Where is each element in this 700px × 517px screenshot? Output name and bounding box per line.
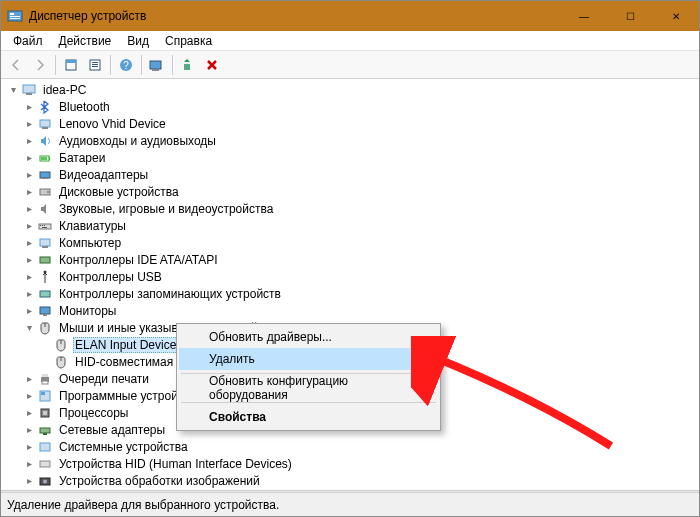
computer-icon xyxy=(37,235,53,251)
svg-rect-28 xyxy=(42,225,43,226)
svg-rect-17 xyxy=(40,120,50,127)
svg-rect-37 xyxy=(43,314,47,316)
usb-icon xyxy=(37,269,53,285)
tree-item[interactable]: ▸Мониторы xyxy=(3,302,699,319)
expander-icon[interactable]: ▾ xyxy=(21,320,37,336)
svg-rect-12 xyxy=(150,61,161,69)
expander-icon[interactable]: ▸ xyxy=(21,388,37,404)
device-icon xyxy=(37,116,53,132)
svg-point-53 xyxy=(43,479,47,483)
mouse-icon xyxy=(53,354,69,370)
expander-icon[interactable]: ▸ xyxy=(21,201,37,217)
sound-icon xyxy=(37,201,53,217)
tree-item[interactable]: ▸Клавиатуры xyxy=(3,217,699,234)
svg-rect-15 xyxy=(23,85,35,93)
ctx-properties[interactable]: Свойства xyxy=(179,406,438,428)
expander-icon[interactable]: ▸ xyxy=(21,218,37,234)
scan-hardware-button[interactable] xyxy=(146,54,168,76)
cpu-icon xyxy=(37,405,53,421)
tree-item[interactable]: ▸Видеоадаптеры xyxy=(3,166,699,183)
software-icon xyxy=(37,388,53,404)
monitor-icon xyxy=(37,303,53,319)
expander-icon[interactable]: ▸ xyxy=(21,456,37,472)
printer-icon xyxy=(37,371,53,387)
app-icon xyxy=(7,8,23,24)
svg-rect-45 xyxy=(41,392,45,395)
nav-back-button[interactable] xyxy=(5,54,27,76)
expander-icon[interactable]: ▸ xyxy=(21,184,37,200)
svg-rect-43 xyxy=(42,381,48,384)
tree-item[interactable]: ▸Lenovo Vhid Device xyxy=(3,115,699,132)
expander-icon[interactable]: ▸ xyxy=(21,133,37,149)
context-menu: Обновить драйверы... Удалить Обновить ко… xyxy=(176,323,441,431)
statusbar: Удаление драйвера для выбранного устройс… xyxy=(1,492,699,516)
svg-rect-2 xyxy=(10,16,20,17)
tree-item[interactable]: ▸Системные устройства xyxy=(3,438,699,455)
svg-rect-51 xyxy=(40,461,50,467)
close-button[interactable]: ✕ xyxy=(653,1,699,31)
mouse-icon xyxy=(37,320,53,336)
tree-item[interactable]: ▸Дисковые устройства xyxy=(3,183,699,200)
expander-icon[interactable]: ▸ xyxy=(21,252,37,268)
tree-item[interactable]: ▸Компьютер xyxy=(3,234,699,251)
tree-item[interactable]: ▸Звуковые, игровые и видеоустройства xyxy=(3,200,699,217)
expander-icon[interactable]: ▸ xyxy=(21,422,37,438)
bluetooth-icon xyxy=(37,99,53,115)
tree-item[interactable]: ▸Bluetooth xyxy=(3,98,699,115)
toolbar: ? xyxy=(1,51,699,79)
tree-item[interactable]: ▸Батареи xyxy=(3,149,699,166)
expander-icon[interactable]: ▸ xyxy=(21,150,37,166)
tree-item[interactable]: ▸Контроллеры USB xyxy=(3,268,699,285)
svg-rect-26 xyxy=(39,224,51,229)
network-icon xyxy=(37,422,53,438)
menu-help[interactable]: Справка xyxy=(157,32,220,50)
tree-item[interactable]: ▸Устройства HID (Human Interface Devices… xyxy=(3,455,699,472)
computer-icon xyxy=(21,82,37,98)
controller-icon xyxy=(37,252,53,268)
tree-item[interactable]: ▸Контроллеры IDE ATA/ATAPI xyxy=(3,251,699,268)
tree-root-label: idea-PC xyxy=(41,83,88,97)
menu-view[interactable]: Вид xyxy=(119,32,157,50)
svg-rect-30 xyxy=(42,227,47,228)
ctx-refresh-config[interactable]: Обновить конфигурацию оборудования xyxy=(179,377,438,399)
ctx-delete[interactable]: Удалить xyxy=(179,348,438,370)
nav-forward-button[interactable] xyxy=(29,54,51,76)
menu-file[interactable]: Файл xyxy=(5,32,51,50)
svg-rect-3 xyxy=(10,18,20,19)
expander-icon[interactable]: ▸ xyxy=(21,116,37,132)
expander-icon[interactable]: ▸ xyxy=(21,286,37,302)
uninstall-button[interactable] xyxy=(201,54,223,76)
maximize-button[interactable]: ☐ xyxy=(607,1,653,31)
minimize-button[interactable]: — xyxy=(561,1,607,31)
svg-rect-14 xyxy=(184,64,190,70)
menu-action[interactable]: Действие xyxy=(51,32,120,50)
expander-icon[interactable]: ▸ xyxy=(21,473,37,489)
tree-item[interactable]: ▸Контроллеры запоминающих устройств xyxy=(3,285,699,302)
svg-rect-21 xyxy=(49,157,50,160)
tree-item[interactable]: ▸Аудиовходы и аудиовыходы xyxy=(3,132,699,149)
show-hidden-button[interactable] xyxy=(60,54,82,76)
update-driver-button[interactable] xyxy=(177,54,199,76)
expander-icon[interactable]: ▸ xyxy=(21,235,37,251)
storage-icon xyxy=(37,286,53,302)
expander-icon[interactable]: ▾ xyxy=(5,82,21,98)
ctx-update-drivers[interactable]: Обновить драйверы... xyxy=(179,326,438,348)
tree-root[interactable]: ▾ idea-PC xyxy=(3,81,699,98)
expander-icon[interactable]: ▸ xyxy=(21,371,37,387)
expander-icon[interactable]: ▸ xyxy=(21,303,37,319)
tree-item[interactable]: ▸Устройства обработки изображений xyxy=(3,472,699,489)
disk-icon xyxy=(37,184,53,200)
svg-rect-7 xyxy=(92,62,98,63)
svg-rect-5 xyxy=(66,60,76,63)
imaging-icon xyxy=(37,473,53,489)
svg-point-34 xyxy=(44,270,47,273)
expander-icon[interactable]: ▸ xyxy=(21,167,37,183)
window-title: Диспетчер устройств xyxy=(29,9,561,23)
expander-icon[interactable]: ▸ xyxy=(21,99,37,115)
help-button[interactable]: ? xyxy=(115,54,137,76)
expander-icon[interactable]: ▸ xyxy=(21,405,37,421)
expander-icon[interactable]: ▸ xyxy=(21,269,37,285)
expander-icon[interactable]: ▸ xyxy=(21,439,37,455)
properties-button[interactable] xyxy=(84,54,106,76)
svg-rect-47 xyxy=(43,411,47,415)
